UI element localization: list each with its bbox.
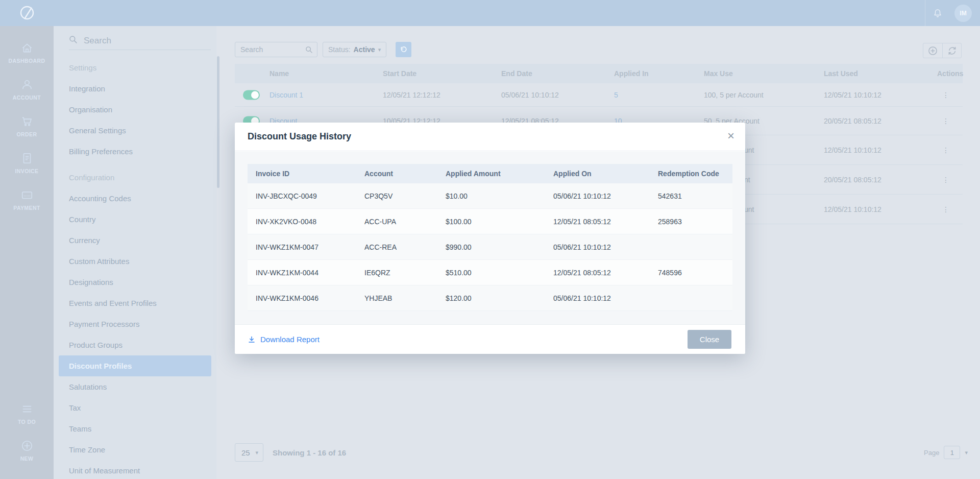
sidebar-item-payment-processors[interactable]: Payment Processors [54, 314, 216, 334]
sidebar-item-product-groups[interactable]: Product Groups [54, 334, 216, 355]
row-actions-kebab-icon[interactable]: ⋮ [942, 117, 949, 125]
discount-active-toggle[interactable] [243, 90, 260, 100]
redemption-code-cell: 258963 [650, 218, 732, 226]
settings-search-input[interactable] [84, 36, 196, 46]
notifications-bell-icon[interactable] [925, 0, 949, 26]
row-actions-kebab-icon[interactable]: ⋮ [942, 91, 949, 99]
page-selector: Page 1 ▾ [924, 446, 968, 459]
download-report-link[interactable]: Download Report [248, 335, 320, 344]
page-number-select[interactable]: 1 [944, 446, 960, 459]
sidebar-item-billing-preferences[interactable]: Billing Preferences [54, 141, 216, 162]
nav-label: ACCOUNT [13, 94, 41, 101]
col-last-used: Last Used [824, 64, 858, 83]
last-used-cell: 12/05/21 10:10:12 [824, 146, 881, 154]
showing-range-text: Showing 1 - 16 of 16 [273, 448, 346, 457]
last-used-cell: 20/05/21 08:05:12 [824, 176, 881, 184]
sidebar-item-teams[interactable]: Teams [54, 418, 216, 439]
usage-table-row: INV-WKZ1KM-0046 YHJEAB $120.00 05/06/21 … [248, 285, 732, 311]
max-use-cell-partial: unt [744, 146, 754, 154]
modal-title: Discount Usage History [248, 131, 351, 142]
topbar: IM [0, 0, 980, 26]
usage-table-row: INV-JBCXQC-0049 CP3Q5V $10.00 05/06/21 1… [248, 183, 732, 209]
sidebar-item-custom-attributes[interactable]: Custom Attributes [54, 251, 216, 272]
chevron-down-icon: ▾ [965, 449, 968, 456]
topbar-right: IM [925, 0, 980, 26]
modal-footer: Download Report Close [235, 324, 745, 354]
col-applied-in: Applied In [614, 64, 649, 83]
sidebar-item-organisation[interactable]: Organisation [54, 99, 216, 120]
redemption-code-cell: 748596 [650, 269, 732, 277]
applied-on-cell: 12/05/21 08:05:12 [545, 269, 650, 277]
applied-on-cell: 05/06/21 10:10:12 [545, 192, 650, 200]
status-filter-dropdown[interactable]: Status: Active ▾ [323, 42, 386, 57]
nav-order[interactable]: ORDER [0, 108, 54, 145]
sidebar-item-unit-of-measurement[interactable]: Unit of Measurement [54, 460, 216, 479]
modal-header: Discount Usage History × [235, 123, 745, 151]
modal-close-icon[interactable]: × [727, 130, 734, 142]
sidebar-item-events-and-event-profiles[interactable]: Events and Event Profiles [54, 293, 216, 314]
toggle-knob [251, 91, 259, 99]
cart-icon [20, 115, 34, 128]
col-actions: Actions [937, 64, 963, 83]
sidebar-item-accounting-codes[interactable]: Accounting Codes [54, 188, 216, 209]
account-cell: YHJEAB [356, 294, 437, 302]
nav-invoice[interactable]: INVOICE [0, 145, 54, 181]
row-actions-kebab-icon[interactable]: ⋮ [942, 205, 949, 213]
last-used-cell: 12/05/21 10:10:12 [824, 91, 881, 99]
col-redemption-code: Redemption Code [650, 170, 732, 178]
sidebar-item-discount-profiles[interactable]: Discount Profiles [59, 355, 211, 376]
applied-on-cell: 05/06/21 10:10:12 [545, 243, 650, 251]
table-action-icons [923, 43, 962, 58]
status-filter-label: Status: [328, 45, 351, 54]
col-applied-on: Applied On [545, 170, 650, 178]
row-actions-kebab-icon[interactable]: ⋮ [942, 176, 949, 184]
app-logo-icon[interactable] [18, 4, 36, 22]
close-button[interactable]: Close [688, 330, 731, 349]
start-date-cell: 12/05/21 12:12:12 [383, 91, 440, 99]
applied-amount-cell: $510.00 [437, 269, 545, 277]
add-discount-button[interactable] [923, 43, 942, 58]
account-cell: IE6QRZ [356, 269, 437, 277]
row-actions-kebab-icon[interactable]: ⋮ [942, 146, 949, 154]
account-cell: ACC-UPA [356, 218, 437, 226]
sidebar-item-designations[interactable]: Designations [54, 272, 216, 293]
max-use-cell-partial: unt [744, 205, 754, 213]
nav-label: DASHBOARD [9, 58, 45, 64]
rail-top-group: DASHBOARD ACCOUNT ORDER [0, 34, 54, 218]
undo-icon [400, 46, 407, 54]
reset-filters-button[interactable] [396, 42, 411, 57]
sidebar-item-general-settings[interactable]: General Settings [54, 120, 216, 141]
nav-account[interactable]: ACCOUNT [0, 71, 54, 108]
discount-name-link[interactable]: Discount 1 [270, 91, 303, 99]
nav-new[interactable]: NEW [0, 432, 54, 469]
col-end-date: End Date [501, 64, 532, 83]
sidebar-item-salutations[interactable]: Salutations [54, 376, 216, 397]
person-icon [20, 78, 34, 91]
plus-circle-icon [928, 46, 938, 56]
menu-section-settings: Settings [54, 57, 216, 78]
table-row: Discount 1 12/05/21 12:12:12 05/06/21 10… [235, 83, 963, 107]
refresh-icon [947, 46, 957, 56]
left-nav-rail: DASHBOARD ACCOUNT ORDER [0, 26, 54, 479]
page-size-select[interactable]: 25 ▾ [235, 443, 263, 462]
sidebar-item-integration[interactable]: Integration [54, 78, 216, 99]
applied-amount-cell: $120.00 [437, 294, 545, 302]
applied-in-link[interactable]: 5 [614, 91, 618, 99]
sidebar-item-time-zone[interactable]: Time Zone [54, 439, 216, 460]
nav-payment[interactable]: PAYMENT [0, 181, 54, 218]
col-start-date: Start Date [383, 64, 416, 83]
menu-section-configuration: Configuration [54, 167, 216, 188]
table-search-input[interactable] [240, 45, 302, 54]
last-used-cell: 20/05/21 08:05:12 [824, 117, 881, 125]
usage-table-row: INV-WKZ1KM-0044 IE6QRZ $510.00 12/05/21 … [248, 260, 732, 285]
applied-amount-cell: $990.00 [437, 243, 545, 251]
user-avatar[interactable]: IM [954, 5, 972, 22]
sidebar-item-currency[interactable]: Currency [54, 230, 216, 251]
col-max-use: Max Use [704, 64, 733, 83]
nav-dashboard[interactable]: DASHBOARD [0, 34, 54, 71]
nav-todo[interactable]: TO DO [0, 395, 54, 432]
refresh-table-button[interactable] [942, 43, 961, 58]
sidebar-item-country[interactable]: Country [54, 209, 216, 230]
sidebar-item-tax[interactable]: Tax [54, 397, 216, 418]
panel-scrollbar-thumb[interactable] [217, 56, 219, 188]
